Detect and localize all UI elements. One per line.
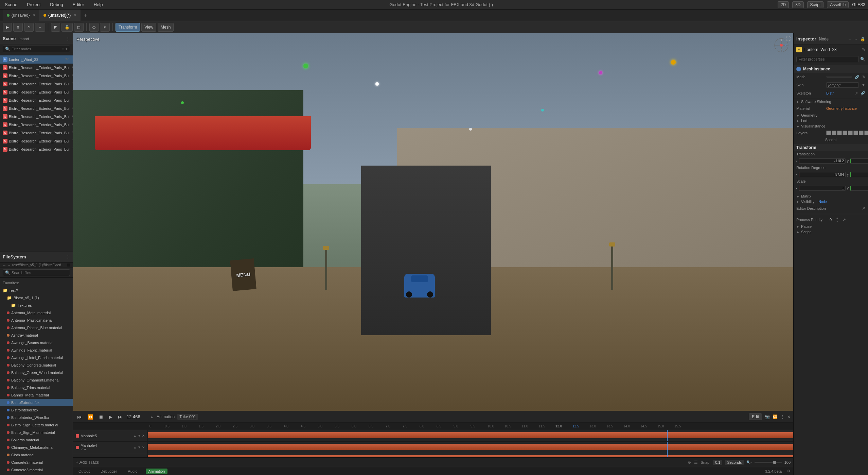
fs-antenna-plastic[interactable]: Antenna_Plastic.material	[0, 317, 73, 324]
rotation-x-input[interactable]	[799, 172, 846, 177]
tree-item-5[interactable]: N Bistro_Research_Exterior_Paris_Buil 👁	[0, 104, 73, 113]
fs-concrete[interactable]: Concrete.material	[0, 474, 73, 475]
script-section[interactable]: ► Script	[794, 229, 868, 235]
visibility-icon-lantern[interactable]: 👁	[65, 57, 70, 62]
snap-value[interactable]: 0.1	[713, 460, 722, 465]
visibility-icon-1[interactable]: 👁	[72, 73, 73, 78]
visual-instance-section[interactable]: ► VisualInstance	[794, 123, 868, 129]
statusbar-audio[interactable]: Audio	[125, 469, 140, 474]
toolbar-rotate-btn[interactable]: ↻	[24, 23, 34, 32]
anim-rewind-btn[interactable]: ⏪	[86, 413, 94, 420]
scale-y-input[interactable]	[850, 186, 868, 191]
track-down-manhole5[interactable]: ▼	[138, 434, 141, 438]
zoom-slider-handle[interactable]	[773, 461, 776, 464]
anim-loop-btn[interactable]: 🔁	[773, 414, 778, 419]
toolbar-select-btn[interactable]: ▶	[3, 23, 12, 32]
skin-dropdown-btn[interactable]: ▼	[862, 83, 865, 87]
anim-options-btn[interactable]: ⋮	[780, 414, 784, 419]
anim-edit-btn[interactable]: Edit	[749, 413, 762, 420]
tree-item-lantern[interactable]: M Lantern_Wind_23 👁	[0, 55, 73, 64]
statusbar-debugger[interactable]: Debugger	[98, 469, 120, 474]
fs-bollards[interactable]: Bollards.material	[0, 436, 73, 444]
end-time-value[interactable]: 100	[784, 460, 791, 464]
layer-box-5[interactable]	[848, 131, 853, 135]
fs-back-btn[interactable]: ←	[3, 263, 6, 267]
fs-bistro-folder[interactable]: 📁 Bistro_v5_1 (1)	[0, 294, 73, 302]
tree-item-9[interactable]: N Bistro_Research_Exterior_Paris_Buil 👁	[0, 137, 73, 145]
process-link-btn[interactable]: ↗	[843, 217, 846, 222]
anim-prev-btn[interactable]: ⏮	[76, 413, 83, 420]
translation-y-input[interactable]	[850, 158, 868, 164]
tree-item-1[interactable]: N Bistro_Research_Exterior_Paris_Buil 👁	[0, 72, 73, 80]
fs-balcony-ornaments[interactable]: Balcony_Ornaments.material	[0, 376, 73, 384]
material-value[interactable]: GeometryInstance	[826, 106, 865, 111]
list-icon-footer[interactable]: ☰	[694, 460, 698, 465]
tree-item-6[interactable]: N Bistro_Research_Exterior_Paris_Buil 👁	[0, 113, 73, 121]
scene-options-btn[interactable]: ⋮	[66, 36, 70, 41]
view-2d-btn[interactable]: 2D	[778, 1, 789, 8]
toolbar-move-btn[interactable]: ⇧	[13, 23, 23, 32]
toolbar-transform-btn[interactable]: Transform	[116, 23, 140, 32]
fs-bistro-sign-letters[interactable]: Bistro_Sign_Letters.material	[0, 421, 73, 429]
zoom-slider[interactable]	[755, 462, 782, 463]
menu-editor[interactable]: Editor	[71, 1, 86, 8]
track-up-manhole4[interactable]: ▲	[133, 445, 137, 449]
inspector-lock-btn[interactable]: 🔒	[860, 37, 865, 41]
mesh-reset-btn[interactable]: ↻	[862, 75, 865, 79]
viewport[interactable]: MENU Perspective Y	[73, 33, 793, 411]
visibility-icon-2[interactable]: 👁	[72, 82, 73, 86]
tab-close-1[interactable]: ×	[33, 13, 35, 17]
filesystem-options-btn[interactable]: ⋮	[66, 255, 70, 259]
layer-box-6[interactable]	[853, 131, 858, 135]
statusbar-output[interactable]: Output	[76, 469, 92, 474]
fs-concrete3[interactable]: Concrete3.material	[0, 466, 73, 474]
fs-forward-btn[interactable]: →	[7, 263, 11, 267]
visibility-icon-4[interactable]: 👁	[72, 98, 73, 103]
fs-path-btn[interactable]: ☰	[67, 263, 70, 267]
anim-menu-btn[interactable]: ✕	[787, 414, 791, 419]
tab-close-2[interactable]: ×	[74, 13, 76, 17]
add-track-btn[interactable]: + Add Track	[76, 460, 99, 465]
visibility-icon-9[interactable]: 👁	[72, 139, 73, 143]
tree-item-10[interactable]: N Bistro_Research_Exterior_Paris_Buil 👁	[0, 145, 73, 153]
toolbar-view-btn[interactable]: View	[141, 23, 156, 32]
track-up-manhole5[interactable]: ▲	[133, 434, 137, 438]
process-down-btn[interactable]: ▼	[836, 220, 838, 223]
view-script-btn[interactable]: Script	[807, 1, 824, 8]
filter-props-input[interactable]	[796, 56, 859, 62]
toolbar-snap-btn[interactable]: ◤	[51, 23, 60, 32]
tree-item-8[interactable]: N Bistro_Research_Exterior_Paris_Buil 👁	[0, 129, 73, 137]
fs-banner-metal[interactable]: Banner_Metal.material	[0, 391, 73, 399]
tree-item-3[interactable]: N Bistro_Research_Exterior_Paris_Buil 👁	[0, 88, 73, 96]
track-bar-area-manhole3[interactable]	[148, 453, 793, 457]
software-skinning-section[interactable]: ► Software Skinning	[794, 99, 868, 104]
node-edit-btn[interactable]: ✎	[862, 47, 865, 52]
fs-awnings-hotel[interactable]: Awnings_Hotel_Fabric.material	[0, 354, 73, 361]
track-bar-area-manhole5[interactable]	[148, 430, 793, 441]
skeleton-value[interactable]: Bistr	[826, 91, 852, 95]
layer-box-8[interactable]	[864, 131, 868, 135]
layer-box-3[interactable]	[837, 131, 842, 135]
tab-unsaved2[interactable]: {unsaved}(*) ×	[39, 10, 81, 21]
inspector-back-btn[interactable]: ←	[848, 37, 852, 41]
tree-item-7[interactable]: N Bistro_Research_Exterior_Paris_Buil 👁	[0, 121, 73, 129]
seconds-label[interactable]: Seconds	[725, 460, 744, 465]
import-btn[interactable]: Import	[18, 37, 29, 41]
skeleton-link-btn[interactable]: ↗	[855, 91, 858, 96]
tree-item-4[interactable]: N Bistro_Research_Exterior_Paris_Buil 👁	[0, 96, 73, 104]
anim-camera-btn[interactable]: 📷	[765, 414, 770, 419]
visibility-icon-6[interactable]: 👁	[72, 114, 73, 119]
layer-box-4[interactable]	[843, 131, 847, 135]
fs-awnings-fabric[interactable]: Awnings_Fabric.material	[0, 346, 73, 354]
layer-box-2[interactable]	[832, 131, 836, 135]
track-delete-manhole4[interactable]: ✕	[142, 445, 145, 449]
skeleton-select-btn[interactable]: 🔗	[861, 91, 865, 96]
scene-filter-input[interactable]	[12, 47, 60, 51]
process-up-btn[interactable]: ▲	[836, 217, 838, 220]
fs-search-input[interactable]	[12, 271, 68, 275]
skin-value[interactable]: [empty]	[826, 82, 859, 88]
visibility-icon-0[interactable]: 👁	[72, 65, 73, 70]
filter-icon[interactable]: ≡	[61, 47, 64, 51]
menu-scene[interactable]: Scene	[3, 1, 19, 8]
visibility-icon-10[interactable]: 👁	[72, 147, 73, 152]
